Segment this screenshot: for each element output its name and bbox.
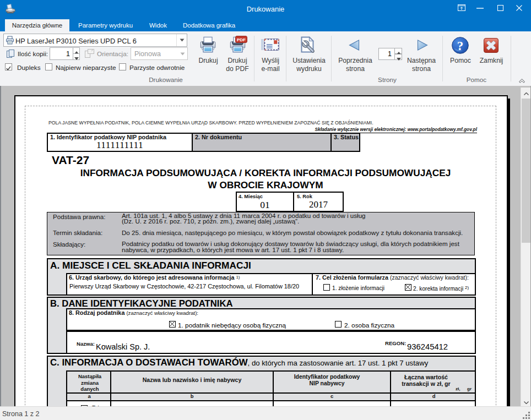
svg-text:?: ? xyxy=(457,39,464,53)
svg-text:PDF: PDF xyxy=(237,37,246,42)
